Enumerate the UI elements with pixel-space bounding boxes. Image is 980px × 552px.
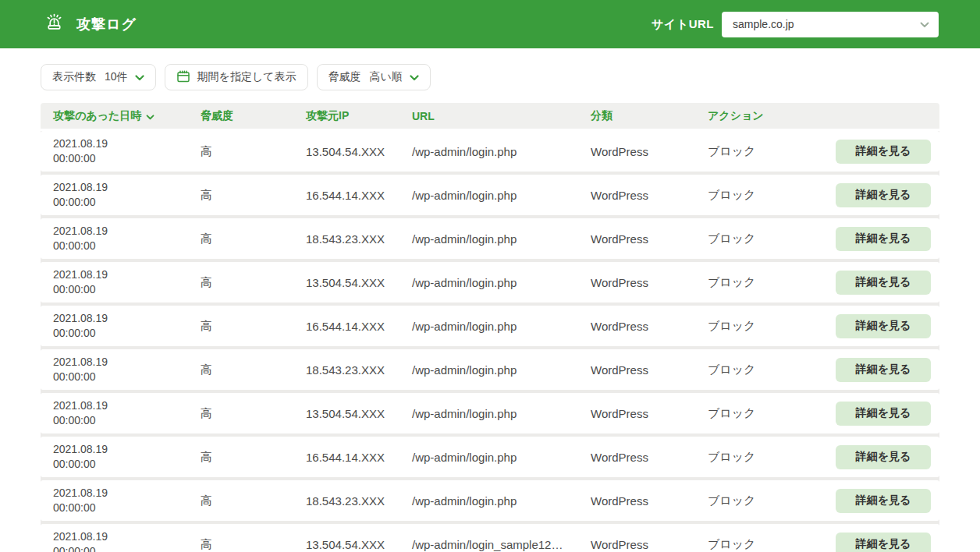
cell-detail: 詳細を見る	[836, 445, 931, 469]
cell-category: WordPress	[591, 494, 708, 508]
cell-attack-source-ip: 16.544.14.XXX	[306, 451, 412, 464]
chevron-down-icon	[135, 71, 144, 83]
table-row: 2021.08.19 00:00:00 高 13.504.54.XXX /wp-…	[41, 262, 939, 303]
column-header-ip: 攻撃元IP	[306, 109, 412, 123]
table-header-row: 攻撃のあった日時 脅威度 攻撃元IP URL 分類 アクション	[41, 103, 939, 129]
siren-icon	[44, 12, 65, 37]
cell-detail: 詳細を見る	[836, 489, 931, 513]
cell-detail: 詳細を見る	[836, 533, 931, 552]
cell-datetime: 2021.08.19 00:00:00	[53, 486, 201, 515]
detail-button[interactable]: 詳細を見る	[836, 227, 931, 251]
cell-detail: 詳細を見る	[836, 314, 931, 338]
cell-url: /wp-admin/login_sample12…	[412, 538, 591, 551]
attack-log-table: 攻撃のあった日時 脅威度 攻撃元IP URL 分類 アクション 2021.08.…	[41, 103, 939, 552]
cell-detail: 詳細を見る	[836, 358, 931, 382]
cell-detail: 詳細を見る	[836, 271, 931, 295]
site-url-value: sample.co.jp	[733, 18, 794, 30]
cell-threat-level: 高	[201, 363, 306, 377]
page-title: 攻撃ログ	[76, 15, 137, 34]
cell-category: WordPress	[591, 276, 708, 289]
cell-url: /wp-admin/login.php	[412, 276, 591, 289]
cell-action: ブロック	[708, 188, 836, 203]
detail-button[interactable]: 詳細を見る	[836, 358, 931, 382]
cell-url: /wp-admin/login.php	[412, 407, 591, 420]
column-header-threat: 脅威度	[201, 109, 306, 123]
cell-action: ブロック	[708, 406, 836, 421]
table-row: 2021.08.19 00:00:00 高 16.544.14.XXX /wp-…	[41, 437, 939, 477]
cell-threat-level: 高	[201, 537, 306, 552]
header-title-group: 攻撃ログ	[44, 12, 137, 37]
table-body: 2021.08.19 00:00:00 高 13.504.54.XXX /wp-…	[41, 131, 939, 552]
cell-category: WordPress	[591, 538, 708, 551]
cell-datetime: 2021.08.19 00:00:00	[53, 355, 201, 384]
detail-button[interactable]: 詳細を見る	[836, 402, 931, 426]
cell-action: ブロック	[708, 232, 836, 246]
table-row: 2021.08.19 00:00:00 高 16.544.14.XXX /wp-…	[41, 175, 939, 215]
cell-datetime: 2021.08.19 00:00:00	[53, 398, 201, 428]
cell-datetime: 2021.08.19 00:00:00	[53, 136, 201, 166]
cell-detail: 詳細を見る	[836, 183, 931, 207]
cell-attack-source-ip: 16.544.14.XXX	[306, 320, 412, 333]
table-row: 2021.08.19 00:00:00 高 13.504.54.XXX /wp-…	[41, 393, 939, 433]
cell-category: WordPress	[591, 407, 708, 420]
cell-detail: 詳細を見る	[836, 402, 931, 426]
chevron-down-icon	[410, 71, 419, 83]
detail-button[interactable]: 詳細を見る	[836, 140, 931, 164]
cell-threat-level: 高	[201, 450, 306, 465]
cell-attack-source-ip: 18.543.23.XXX	[306, 232, 412, 246]
cell-url: /wp-admin/login.php	[412, 320, 591, 333]
table-row: 2021.08.19 00:00:00 高 18.543.23.XXX /wp-…	[41, 218, 939, 259]
display-count-dropdown[interactable]: 表示件数 10件	[41, 64, 156, 90]
calendar-icon	[176, 69, 190, 86]
cell-attack-source-ip: 13.504.54.XXX	[306, 276, 412, 289]
cell-datetime: 2021.08.19 00:00:00	[53, 267, 201, 297]
column-header-action: アクション	[708, 109, 836, 123]
threat-sort-label: 脅威度	[328, 70, 361, 84]
cell-url: /wp-admin/login.php	[412, 363, 591, 377]
column-header-datetime[interactable]: 攻撃のあった日時	[53, 109, 201, 123]
table-row: 2021.08.19 00:00:00 高 16.544.14.XXX /wp-…	[41, 306, 939, 346]
column-header-category: 分類	[591, 109, 708, 123]
cell-category: WordPress	[591, 320, 708, 333]
cell-action: ブロック	[708, 319, 836, 334]
cell-attack-source-ip: 13.504.54.XXX	[306, 538, 412, 551]
site-url-select[interactable]: sample.co.jp	[722, 12, 939, 37]
detail-button[interactable]: 詳細を見る	[836, 271, 931, 295]
cell-threat-level: 高	[201, 494, 306, 508]
cell-category: WordPress	[591, 363, 708, 377]
cell-datetime: 2021.08.19 00:00:00	[53, 180, 201, 210]
detail-button[interactable]: 詳細を見る	[836, 183, 931, 207]
cell-url: /wp-admin/login.php	[412, 189, 591, 202]
table-row: 2021.08.19 00:00:00 高 13.504.54.XXX /wp-…	[41, 524, 939, 552]
cell-threat-level: 高	[201, 406, 306, 421]
cell-datetime: 2021.08.19 00:00:00	[53, 224, 201, 253]
cell-detail: 詳細を見る	[836, 227, 931, 251]
cell-action: ブロック	[708, 537, 836, 552]
cell-threat-level: 高	[201, 275, 306, 290]
cell-threat-level: 高	[201, 232, 306, 246]
threat-sort-dropdown[interactable]: 脅威度 高い順	[317, 64, 431, 90]
cell-action: ブロック	[708, 494, 836, 508]
threat-sort-value: 高い順	[370, 70, 403, 84]
period-filter-button[interactable]: 期間を指定して表示	[165, 64, 308, 90]
cell-detail: 詳細を見る	[836, 140, 931, 164]
site-url-group: サイトURL sample.co.jp	[652, 12, 939, 37]
detail-button[interactable]: 詳細を見る	[836, 314, 931, 338]
app-header: 攻撃ログ サイトURL sample.co.jp	[0, 0, 980, 48]
cell-datetime: 2021.08.19 00:00:00	[53, 311, 201, 341]
cell-attack-source-ip: 18.543.23.XXX	[306, 363, 412, 377]
cell-category: WordPress	[591, 145, 708, 158]
cell-url: /wp-admin/login.php	[412, 145, 591, 158]
detail-button[interactable]: 詳細を見る	[836, 445, 931, 469]
cell-url: /wp-admin/login.php	[412, 232, 591, 246]
cell-datetime: 2021.08.19 00:00:00	[53, 529, 201, 552]
cell-action: ブロック	[708, 450, 836, 465]
cell-attack-source-ip: 13.504.54.XXX	[306, 145, 412, 158]
display-count-label: 表示件数	[52, 70, 96, 84]
cell-attack-source-ip: 13.504.54.XXX	[306, 407, 412, 420]
table-row: 2021.08.19 00:00:00 高 13.504.54.XXX /wp-…	[41, 131, 939, 172]
detail-button[interactable]: 詳細を見る	[836, 533, 931, 552]
cell-url: /wp-admin/login.php	[412, 451, 591, 464]
cell-category: WordPress	[591, 451, 708, 464]
detail-button[interactable]: 詳細を見る	[836, 489, 931, 513]
